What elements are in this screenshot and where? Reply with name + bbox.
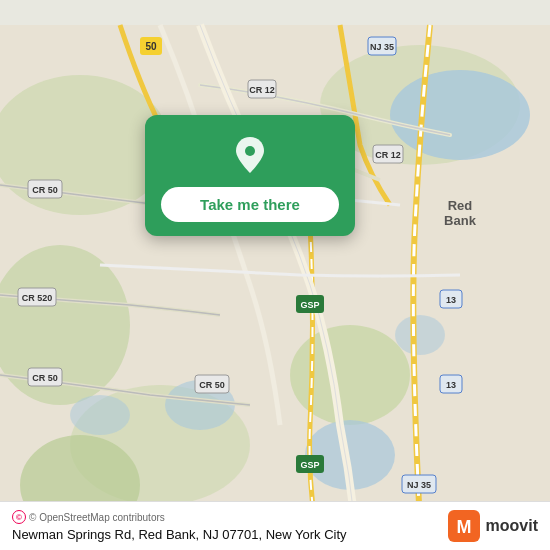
svg-text:CR 50: CR 50 <box>32 185 58 195</box>
osm-credit: © © OpenStreetMap contributors <box>12 510 347 524</box>
svg-text:CR 50: CR 50 <box>32 373 58 383</box>
svg-point-7 <box>390 70 530 160</box>
map-pin-icon <box>228 133 272 177</box>
svg-text:NJ 35: NJ 35 <box>370 42 394 52</box>
svg-text:CR 520: CR 520 <box>22 293 53 303</box>
take-me-there-button[interactable]: Take me there <box>161 187 339 222</box>
moovit-icon: M <box>448 510 480 542</box>
svg-point-40 <box>245 146 255 156</box>
svg-text:50: 50 <box>145 41 157 52</box>
svg-text:GSP: GSP <box>300 460 319 470</box>
moovit-logo: M moovit <box>448 510 538 542</box>
svg-text:NJ 35: NJ 35 <box>407 480 431 490</box>
svg-text:CR 50: CR 50 <box>199 380 225 390</box>
osm-credit-text: © OpenStreetMap contributors <box>29 512 165 523</box>
moovit-text: moovit <box>486 517 538 535</box>
location-text: Newman Springs Rd, Red Bank, NJ 07701, N… <box>12 527 347 542</box>
svg-point-11 <box>395 315 445 355</box>
svg-text:CR 12: CR 12 <box>375 150 401 160</box>
svg-text:13: 13 <box>446 295 456 305</box>
svg-text:M: M <box>456 517 471 537</box>
osm-icon: © <box>12 510 26 524</box>
svg-point-10 <box>70 395 130 435</box>
bottom-bar: © © OpenStreetMap contributors Newman Sp… <box>0 501 550 550</box>
svg-text:CR 12: CR 12 <box>249 85 275 95</box>
location-card: Take me there <box>145 115 355 236</box>
svg-text:Bank: Bank <box>444 213 477 228</box>
bottom-left-info: © © OpenStreetMap contributors Newman Sp… <box>12 510 347 542</box>
map-container: 50 CR 12 CR 12 NJ 35 CR 50 CR 520 CR 50 … <box>0 0 550 550</box>
svg-text:Red: Red <box>448 198 473 213</box>
map-background: 50 CR 12 CR 12 NJ 35 CR 50 CR 520 CR 50 … <box>0 0 550 550</box>
svg-text:13: 13 <box>446 380 456 390</box>
svg-point-6 <box>290 325 410 425</box>
svg-text:GSP: GSP <box>300 300 319 310</box>
